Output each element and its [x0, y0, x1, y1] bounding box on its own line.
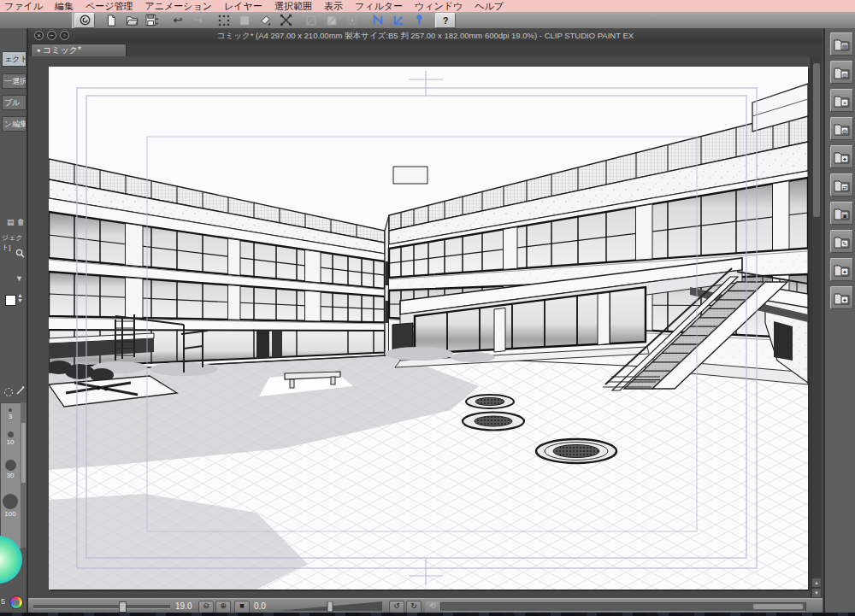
- magnifier-icon[interactable]: [15, 249, 25, 260]
- horizontal-scrollbar[interactable]: [440, 602, 806, 612]
- deselect-icon: [218, 15, 230, 26]
- tool-tab-object[interactable]: ェクト: [2, 51, 27, 67]
- svg-text:×: ×: [843, 100, 846, 106]
- brush-size-scrollbar[interactable]: [21, 402, 27, 548]
- minimize-window-button[interactable]: −: [47, 31, 56, 40]
- menu-window[interactable]: ウィンドウ: [415, 0, 463, 12]
- zoom-slider-thumb[interactable]: [119, 601, 127, 613]
- redo-button[interactable]: ↪: [189, 14, 208, 27]
- scroll-up-button[interactable]: ▲: [812, 578, 821, 587]
- brush-size-item[interactable]: 3: [1, 408, 20, 420]
- svg-text:✎: ✎: [842, 241, 847, 247]
- folder-icon: ◍: [834, 121, 850, 136]
- dock-folder-pose-3[interactable]: ✦: [830, 286, 853, 309]
- zoom-in-button[interactable]: ⊕: [215, 601, 231, 613]
- vertical-scrollbar[interactable]: ▲ ▼: [811, 56, 822, 598]
- color-wheel-icon[interactable]: [9, 595, 23, 609]
- dock-folder-pose[interactable]: ✦: [830, 145, 853, 168]
- canvas-viewport[interactable]: [28, 56, 823, 598]
- rotate-cw-button[interactable]: ↻: [406, 601, 422, 613]
- dock-folder-material[interactable]: ◍: [830, 117, 853, 140]
- menu-edit[interactable]: 編集: [55, 0, 74, 12]
- new-file-icon: [105, 14, 117, 26]
- zoom-value: 19.0: [175, 599, 192, 613]
- menu-help[interactable]: ヘルプ: [475, 0, 504, 12]
- open-file-button[interactable]: [122, 14, 141, 27]
- rotation-value: 0.0: [254, 599, 266, 613]
- document-tab-bar: ● コミック*: [28, 43, 823, 57]
- transform-selection-button[interactable]: [276, 14, 295, 27]
- trash-icon[interactable]: 🗑: [17, 218, 25, 226]
- spinner[interactable]: ▲▼: [17, 293, 23, 303]
- document-title-bar[interactable]: × − ▫ コミック* (A4 297.00 x 210.00mm 製本サイズ:…: [28, 28, 823, 44]
- clip-studio-app: ファイル 編集 ページ管理 アニメーション レイヤー 選択範囲 表示 フィルター…: [0, 0, 855, 616]
- folder-icon: ✎: [834, 234, 850, 249]
- wand-icon[interactable]: [15, 385, 26, 397]
- paint-bucket-icon: [259, 14, 272, 26]
- disabled-tool-3: [343, 14, 362, 27]
- document-tab[interactable]: ● コミック*: [31, 44, 127, 56]
- open-folder-icon: [126, 14, 139, 26]
- menu-page-manage[interactable]: ページ管理: [86, 0, 133, 12]
- menu-layer[interactable]: レイヤー: [224, 0, 262, 12]
- scroll-down-button[interactable]: ▼: [812, 589, 821, 597]
- zoom-slider[interactable]: [33, 605, 170, 609]
- horizontal-scrollbar-thumb[interactable]: [753, 604, 803, 609]
- dropdown-icon[interactable]: ▼: [15, 274, 23, 283]
- svg-text:◍: ◍: [842, 72, 847, 78]
- document-title: コミック* (A4 297.00 x 210.00mm 製本サイズ:B5 判 2…: [217, 31, 634, 40]
- tool-tab-layer-select[interactable]: 一選択: [2, 73, 27, 89]
- fill-selection-button[interactable]: [256, 14, 274, 27]
- transform-icon: [280, 14, 292, 26]
- rotate-ccw-button[interactable]: ↺: [389, 601, 404, 613]
- svg-text:⇄: ⇄: [842, 185, 847, 191]
- reselect-button[interactable]: [235, 14, 254, 27]
- menu-selection[interactable]: 選択範囲: [274, 0, 312, 12]
- maximize-window-button[interactable]: ▫: [60, 31, 69, 40]
- disabled-tool-2: [322, 14, 341, 27]
- new-file-button[interactable]: [102, 14, 121, 27]
- snap-special-ruler-icon: [392, 14, 405, 26]
- zoom-out-button[interactable]: ⊖: [198, 601, 214, 613]
- help-button[interactable]: ?: [435, 13, 456, 28]
- command-toolbar: ↩ ↪: [0, 12, 855, 29]
- dock-folder-move[interactable]: ⇄: [830, 173, 853, 197]
- canvas-page[interactable]: [49, 67, 808, 590]
- bottom-label: 5: [1, 597, 5, 606]
- brush-size-item[interactable]: 30: [1, 460, 20, 479]
- clip-studio-logo-button[interactable]: [74, 13, 95, 28]
- snap-to-ruler-button[interactable]: [369, 14, 387, 27]
- fit-to-screen-button[interactable]: ■: [234, 601, 250, 613]
- brush-size-item[interactable]: 10: [1, 431, 20, 446]
- page-icon[interactable]: ▤: [7, 218, 15, 226]
- dock-folder-close[interactable]: ×: [830, 89, 853, 112]
- help-icon: ?: [443, 15, 449, 26]
- brush-size-item[interactable]: 100: [1, 494, 20, 518]
- tool-tab-line-edit[interactable]: ン編集: [2, 116, 27, 132]
- menu-filter[interactable]: フィルター: [355, 0, 403, 12]
- svg-text:✦: ✦: [842, 156, 847, 162]
- snap-to-special-ruler-button[interactable]: [389, 14, 408, 27]
- color-swatch[interactable]: [5, 295, 16, 306]
- tool-tab-table[interactable]: ブル: [2, 95, 27, 110]
- save-file-button[interactable]: [143, 14, 162, 27]
- modified-dot: ●: [37, 47, 40, 53]
- vertical-scrollbar-thumb[interactable]: [813, 63, 820, 217]
- folder-icon: ✦: [834, 262, 850, 277]
- folder-icon: ✦: [834, 290, 850, 305]
- dock-folder-edit[interactable]: ✎: [830, 230, 853, 253]
- dock-folder-3d-material[interactable]: ◍: [830, 61, 853, 84]
- svg-text:◍: ◍: [842, 128, 847, 134]
- dock-folder-list[interactable]: ▤: [830, 32, 853, 56]
- menu-animation[interactable]: アニメーション: [145, 0, 213, 12]
- menu-view[interactable]: 表示: [324, 0, 343, 12]
- deselect-button[interactable]: [215, 14, 233, 27]
- menu-file[interactable]: ファイル: [4, 0, 43, 12]
- ruler-slash-filled-icon: [326, 15, 338, 26]
- dashed-circle-icon[interactable]: [3, 387, 14, 399]
- snap-to-grid-button[interactable]: [410, 14, 428, 27]
- close-window-button[interactable]: ×: [34, 31, 44, 40]
- undo-button[interactable]: ↩: [168, 14, 187, 27]
- dock-folder-pose-2[interactable]: ✦: [830, 258, 853, 281]
- dock-folder-image[interactable]: ▣: [830, 202, 853, 225]
